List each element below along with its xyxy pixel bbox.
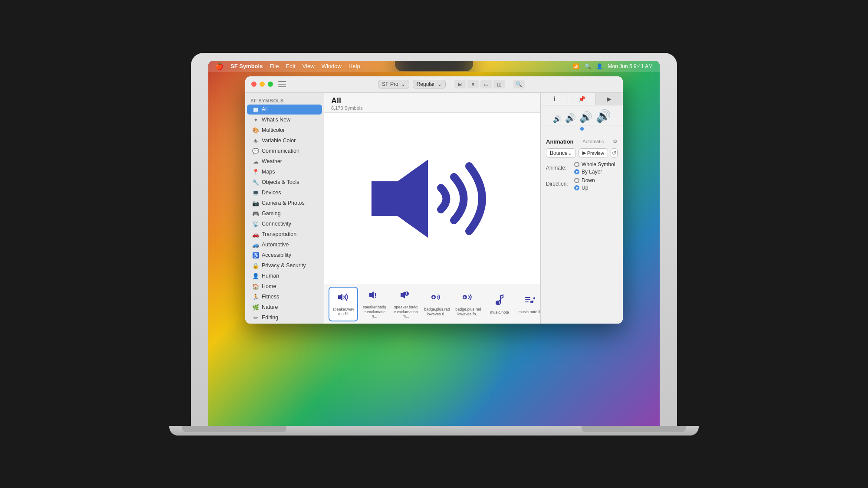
badge-plus-radiowaves-fo-icon [461, 291, 475, 305]
preview-btn-label: Preview [587, 151, 604, 156]
sidebar-label-privacy-security: Privacy & Security [262, 262, 306, 269]
symbol-label-badge-plus-radiowaves-fo: badge.plus.radiowaves.fo... [455, 307, 481, 317]
symbol-item-music-note[interactable]: music.note [485, 287, 514, 321]
sidebar-item-human[interactable]: 👤 Human [247, 271, 322, 281]
animation-reset-button[interactable]: ↺ [611, 148, 618, 158]
sidebar-item-devices[interactable]: 💻 Devices [247, 188, 322, 198]
sidebar-item-accessibility[interactable]: ♿ Accessibility [247, 250, 322, 260]
svg-point-4 [406, 294, 407, 295]
list-view-button[interactable]: ≡ [467, 80, 479, 88]
weight-select[interactable]: Regular ⌄ [413, 80, 446, 88]
sidebar-label-connectivity: Connectivity [262, 221, 291, 227]
sidebar-item-whats-new[interactable]: ✦ What's New [247, 115, 322, 125]
symbol-item-speaker-badge-exclamation[interactable]: speaker.badge.exclamation... [360, 287, 389, 321]
sidebar-item-transportation[interactable]: 🚗 Transportation [247, 229, 322, 239]
preview-icon-xl: 🔊 [596, 109, 611, 123]
animate-whole-symbol-radio[interactable] [574, 162, 579, 167]
preview-tab-play[interactable]: ▶ [596, 93, 623, 105]
sidebar-item-communication[interactable]: 💬 Communication [247, 146, 322, 156]
symbol-item-badge-plus-radiowaves-ri[interactable]: badge.plus.radiowaves.ri... [422, 287, 452, 321]
menubar-edit[interactable]: Edit [286, 63, 295, 69]
reset-icon: ↺ [612, 150, 616, 156]
badge-plus-radiowaves-ri-icon [430, 291, 444, 305]
direction-up-option[interactable]: Up [574, 185, 595, 191]
direction-up-radio[interactable] [574, 185, 579, 190]
maximize-button[interactable] [268, 82, 273, 87]
menubar-view[interactable]: View [302, 63, 315, 69]
sidebar-label-whats-new: What's New [262, 117, 290, 123]
sidebar-item-maps[interactable]: 📍 Maps [247, 167, 322, 177]
animation-title: Animation [546, 138, 574, 145]
font-select[interactable]: SF Pro ⌄ [378, 80, 409, 88]
direction-options: Down Up [574, 177, 595, 191]
direction-down-radio[interactable] [574, 178, 579, 183]
animate-by-layer-radio[interactable] [574, 169, 579, 174]
preview-tab-pin[interactable]: 📌 [568, 93, 595, 105]
symbol-item-speaker-badge-exclamation2[interactable]: speaker.badge.exclamationm... [391, 287, 421, 321]
main-content: All 6,173 Symbols [324, 93, 540, 324]
music-note-list-icon [524, 294, 538, 308]
human-icon: 👤 [252, 273, 259, 279]
menubar-help[interactable]: Help [349, 63, 360, 69]
sidebar-item-weather[interactable]: ☁ Weather [247, 157, 322, 167]
inspector-view-button[interactable]: ◫ [493, 80, 505, 88]
grid-view-button[interactable]: ⊞ [454, 80, 466, 88]
animation-type-chevron-icon: ⌄ [568, 150, 572, 156]
direction-down-option[interactable]: Down [574, 177, 595, 183]
symbols-display-area[interactable] [324, 113, 540, 285]
gallery-view-button[interactable]: ▭ [480, 80, 492, 88]
whats-new-icon: ✦ [252, 117, 259, 123]
close-button[interactable] [251, 82, 256, 87]
search-button[interactable]: 🔍 [513, 80, 525, 88]
preview-tabs: ℹ 📌 ▶ [541, 93, 623, 105]
animation-settings-icon[interactable]: ⚙ [613, 138, 618, 144]
objects-tools-icon: 🔧 [252, 179, 259, 186]
sidebar-item-text-formatting[interactable]: Aa Text Formatting [247, 323, 322, 324]
sidebar-label-devices: Devices [262, 190, 281, 196]
symbol-item-speaker-wave-3fill[interactable]: speaker.wave.3.fill [329, 287, 358, 321]
sidebar-item-fitness[interactable]: 🏃 Fitness [247, 292, 322, 302]
sidebar-item-editing[interactable]: ✏ Editing [247, 313, 322, 323]
bottom-symbol-strip: speaker.wave.3.fill [324, 285, 540, 324]
sidebar-item-connectivity[interactable]: 📡 Connectivity [247, 219, 322, 229]
sidebar-item-home[interactable]: 🏠 Home [247, 282, 322, 291]
apple-logo-icon: 🍎 [215, 62, 224, 70]
preview-icon-md: 🔊 [565, 113, 576, 123]
weather-icon: ☁ [252, 158, 259, 165]
toggle-bar [278, 86, 286, 87]
nature-icon: 🌿 [252, 304, 259, 311]
menubar-file[interactable]: File [270, 63, 279, 69]
communication-icon: 💬 [252, 148, 259, 154]
animation-type-select[interactable]: Bounce ⌄ [546, 148, 576, 158]
symbol-item-badge-plus-radiowaves-fo[interactable]: badge.plus.radiowaves.fo... [454, 287, 483, 321]
minimize-button[interactable] [260, 82, 265, 87]
devices-icon: 💻 [252, 190, 259, 196]
sidebar-item-variable-color[interactable]: ◈ Variable Color [247, 136, 322, 146]
app-window: SF Pro ⌄ Regular ⌄ ⊞ ≡ ▭ ◫ [245, 76, 623, 324]
animate-whole-symbol-option[interactable]: Whole Symbol [574, 161, 615, 167]
sidebar-item-automotive[interactable]: 🚙 Automotive [247, 240, 322, 250]
screen-bezel: 🍎 SF Symbols File Edit View Window Help … [208, 61, 660, 426]
sidebar-item-gaming[interactable]: 🎮 Gaming [247, 209, 322, 219]
animate-by-layer-option[interactable]: By Layer [574, 169, 615, 175]
sidebar-item-nature[interactable]: 🌿 Nature [247, 302, 322, 312]
symbol-label-music-note: music.note [490, 310, 509, 315]
sidebar-section-label: SF Symbols [245, 96, 324, 104]
preview-icon-sm: 🔊 [553, 115, 562, 123]
laptop-foot-left [182, 426, 286, 432]
menubar-window[interactable]: Window [322, 63, 342, 69]
sidebar-item-multicolor[interactable]: 🎨 Multicolor [247, 125, 322, 135]
animate-whole-symbol-label: Whole Symbol [582, 161, 615, 167]
sidebar-item-privacy-security[interactable]: 🔒 Privacy & Security [247, 261, 322, 271]
content-header: All 6,173 Symbols [324, 93, 540, 113]
sidebar-item-objects-tools[interactable]: 🔧 Objects & Tools [247, 177, 322, 187]
sidebar-item-all[interactable]: ▦ All [247, 105, 322, 115]
sidebar-item-camera-photos[interactable]: 📷 Camera & Photos [247, 198, 322, 208]
play-icon: ▶ [582, 150, 586, 156]
animation-preview-button[interactable]: ▶ Preview [579, 148, 608, 157]
symbol-item-music-note-list[interactable]: music.note.list [516, 287, 540, 321]
preview-tab-info[interactable]: ℹ [541, 93, 568, 105]
menubar-app-name[interactable]: SF Symbols [230, 63, 263, 69]
sidebar-toggle-button[interactable] [278, 81, 286, 87]
menubar-left: 🍎 SF Symbols File Edit View Window Help [215, 62, 360, 70]
